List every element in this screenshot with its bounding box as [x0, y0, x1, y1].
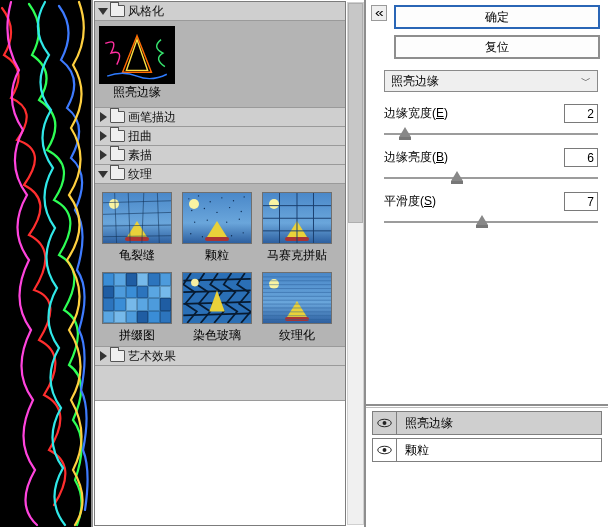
folder-icon: [110, 5, 125, 17]
filter-thumb-label: 马赛克拼贴: [267, 247, 327, 264]
svg-point-19: [231, 235, 232, 236]
preview-panel: [0, 0, 93, 527]
param-smoothness-input[interactable]: [564, 192, 598, 211]
param-edge-width: 边缘宽度(E): [384, 104, 598, 143]
ok-button-label: 确定: [485, 10, 509, 24]
param-smoothness: 平滑度(S): [384, 192, 598, 231]
category-label: 纹理: [128, 166, 152, 183]
param-label: 边缘亮度(B): [384, 149, 448, 166]
folder-icon: [110, 149, 125, 161]
param-edge-width-slider[interactable]: [384, 127, 598, 143]
svg-point-12: [241, 211, 242, 212]
chevron-down-icon: ﹀: [581, 74, 591, 88]
filter-thumb-patchwork[interactable]: 拼缀图: [101, 272, 173, 344]
disclosure-right-icon: [98, 113, 107, 122]
filter-thumb-label: 染色玻璃: [193, 327, 241, 344]
svg-point-4: [210, 201, 211, 202]
category-body-texture: 龟裂缝 颗粒 马赛克拼贴: [95, 184, 345, 347]
visibility-toggle[interactable]: [373, 439, 397, 461]
category-header-artistic[interactable]: 艺术效果: [95, 347, 345, 366]
filter-thumb-glowing-edges[interactable]: 照亮边缘: [101, 29, 173, 101]
svg-point-26: [383, 448, 387, 452]
effect-layer-row[interactable]: 照亮边缘: [372, 411, 602, 435]
controls-panel: « 确定 复位 照亮边缘 ﹀ 边缘宽度(E) 边缘亮度(B) 平滑度(S): [366, 0, 608, 527]
effect-layer-name: 照亮边缘: [397, 415, 453, 432]
filter-gallery-panel: 风格化 照亮边缘: [93, 0, 366, 527]
disclosure-right-icon: [98, 151, 107, 160]
folder-icon: [110, 111, 125, 123]
reset-button-label: 复位: [485, 40, 509, 54]
filter-thumb-texturizer[interactable]: 纹理化: [261, 272, 333, 344]
slider-knob-icon[interactable]: [399, 127, 411, 137]
svg-point-2: [188, 198, 189, 199]
category-label: 艺术效果: [128, 348, 176, 365]
svg-point-15: [226, 221, 227, 222]
ok-button[interactable]: 确定: [394, 5, 600, 29]
disclosure-right-icon: [98, 352, 107, 361]
filter-thumb-label: 纹理化: [279, 327, 315, 344]
svg-point-13: [194, 221, 195, 222]
collapse-icon: «: [375, 6, 384, 20]
svg-point-5: [221, 197, 222, 198]
param-edge-brightness-input[interactable]: [564, 148, 598, 167]
visibility-toggle[interactable]: [373, 412, 397, 434]
effect-layer-row[interactable]: 颗粒: [372, 438, 602, 462]
slider-knob-icon[interactable]: [476, 215, 488, 225]
svg-point-11: [229, 207, 230, 208]
svg-point-22: [191, 279, 199, 287]
disclosure-down-icon: [98, 7, 107, 16]
category-body-stylize: 照亮边缘: [95, 21, 345, 108]
collapse-button[interactable]: «: [371, 5, 387, 21]
effect-layer-name: 颗粒: [397, 442, 429, 459]
param-edge-brightness: 边缘亮度(B): [384, 148, 598, 187]
category-header-distort[interactable]: 扭曲: [95, 127, 345, 146]
filter-thumb-label: 照亮边缘: [113, 84, 161, 101]
param-edge-brightness-slider[interactable]: [384, 171, 598, 187]
folder-icon: [110, 130, 125, 142]
category-header-stylize[interactable]: 风格化: [95, 2, 345, 21]
gallery-filler: [95, 366, 345, 401]
svg-point-7: [243, 196, 244, 197]
eye-icon: [377, 445, 392, 455]
category-label: 扭曲: [128, 128, 152, 145]
param-edge-width-input[interactable]: [564, 104, 598, 123]
folder-icon: [110, 168, 125, 180]
effect-layer-list: 照亮边缘 颗粒: [366, 407, 608, 527]
filter-thumb-label: 拼缀图: [119, 327, 155, 344]
filter-thumb-mosaic-tiles[interactable]: 马赛克拼贴: [261, 192, 333, 264]
filter-thumb-label: 龟裂缝: [119, 247, 155, 264]
category-label: 素描: [128, 147, 152, 164]
svg-point-17: [190, 233, 191, 234]
filter-select-value: 照亮边缘: [391, 73, 439, 90]
filter-thumb-craquelure[interactable]: 龟裂缝: [101, 192, 173, 264]
svg-point-16: [239, 219, 240, 220]
filter-thumb-label: 颗粒: [205, 247, 229, 264]
disclosure-right-icon: [98, 132, 107, 141]
filter-thumb-stained-glass[interactable]: 染色玻璃: [181, 272, 253, 344]
reset-button[interactable]: 复位: [394, 35, 600, 59]
param-smoothness-slider[interactable]: [384, 215, 598, 231]
svg-point-24: [383, 421, 387, 425]
category-label: 画笔描边: [128, 109, 176, 126]
svg-point-8: [191, 210, 192, 211]
svg-point-18: [202, 236, 203, 237]
disclosure-down-icon: [98, 170, 107, 179]
category-header-brush[interactable]: 画笔描边: [95, 108, 345, 127]
param-label: 平滑度(S): [384, 193, 436, 210]
svg-point-20: [243, 232, 244, 233]
svg-point-6: [233, 200, 234, 201]
param-label: 边缘宽度(E): [384, 105, 448, 122]
filter-select[interactable]: 照亮边缘 ﹀: [384, 70, 598, 92]
svg-marker-21: [209, 290, 224, 311]
svg-point-14: [207, 220, 208, 221]
gallery-scrollbar[interactable]: [347, 2, 364, 525]
filter-thumb-grain[interactable]: 颗粒: [181, 192, 253, 264]
category-header-sketch[interactable]: 素描: [95, 146, 345, 165]
svg-point-9: [204, 208, 205, 209]
slider-knob-icon[interactable]: [451, 171, 463, 181]
category-header-texture[interactable]: 纹理: [95, 165, 345, 184]
folder-icon: [110, 350, 125, 362]
svg-point-10: [216, 212, 217, 213]
scrollbar-thumb[interactable]: [348, 3, 363, 223]
category-label: 风格化: [128, 3, 164, 20]
